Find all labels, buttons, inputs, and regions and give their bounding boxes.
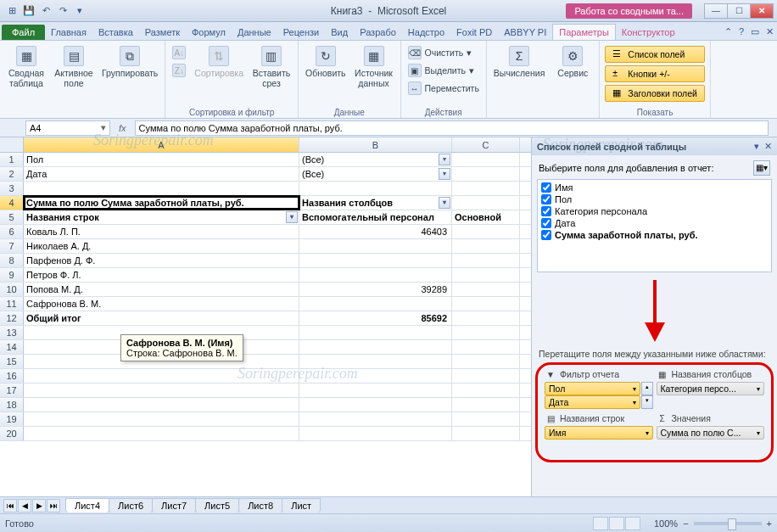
cell[interactable] [452,326,520,339]
cols-item[interactable]: Категория персо...▾ [657,382,765,395]
row-header[interactable]: 7 [0,239,24,253]
field-item[interactable]: Категория персонала [539,205,769,217]
filter-dropdown-icon[interactable]: ▾ [439,154,450,165]
cell[interactable]: 46403 [299,225,452,238]
refresh-button[interactable]: ↻Обновить [304,44,348,80]
tab-Формул[interactable]: Формул [186,25,232,40]
cell[interactable] [452,340,520,354]
cell[interactable] [452,167,520,181]
sheet-tab[interactable]: Лист5 [195,498,239,512]
cell[interactable] [452,182,520,195]
close-button[interactable]: ✕ [750,3,774,19]
cell[interactable] [299,297,452,311]
group-button[interactable]: ⧉Группировать [100,44,159,80]
mdi-close-icon[interactable]: ✕ [766,26,774,37]
cell[interactable] [452,225,520,238]
zoom-out[interactable]: − [683,518,688,529]
cell[interactable] [452,153,520,166]
row-header[interactable]: 1 [0,153,24,166]
sheet-tab[interactable]: Лист [282,498,321,512]
tab-Разрабо[interactable]: Разрабо [354,25,402,40]
cell[interactable] [299,182,452,195]
save-icon[interactable]: 💾 [22,4,36,18]
cell[interactable]: (Все)▾ [299,153,452,166]
table-row[interactable]: 19 [0,412,531,427]
table-row[interactable]: 17 [0,384,531,398]
cell[interactable] [452,355,520,368]
cell[interactable] [299,355,452,368]
row-header[interactable]: 15 [0,355,24,368]
cell[interactable] [299,326,452,339]
cell[interactable] [299,369,452,383]
cell[interactable]: Дата [24,167,299,181]
field-checkbox[interactable] [541,206,551,216]
redo-icon[interactable]: ↷ [56,4,70,18]
tab-file[interactable]: Файл [2,25,45,40]
field-list[interactable]: ИмяПолКатегория персоналаДатаСумма зараб… [537,179,772,272]
filter-item[interactable]: Пол▾ [545,382,640,395]
cell[interactable] [452,369,520,383]
cell[interactable] [452,297,520,311]
field-checkbox[interactable] [541,194,551,204]
row-header[interactable]: 6 [0,225,24,238]
activefield-button[interactable]: ▤Активное поле [53,44,95,90]
zoom-label[interactable]: 100% [654,518,678,529]
cell[interactable]: Парфенов Д. Ф. [24,254,299,267]
cell[interactable]: Сумма по полю Сумма заработной платы, ру… [24,196,299,210]
row-header[interactable]: 14 [0,340,24,354]
nav-first[interactable]: ⏮ [3,499,17,512]
cell[interactable]: Коваль Л. П. [24,225,299,238]
filter-dropdown-icon[interactable]: ▾ [286,211,298,223]
cell[interactable] [452,412,520,426]
cell[interactable] [452,196,520,210]
cell[interactable]: Сафронова В. М. [24,297,299,311]
cell[interactable] [452,239,520,253]
field-item[interactable]: Имя [539,182,769,193]
cell[interactable]: (Все)▾ [299,167,452,181]
cell[interactable]: Попова М. Д. [24,283,299,296]
table-row[interactable]: 4Сумма по полю Сумма заработной платы, р… [0,196,531,210]
field-item[interactable]: Пол [539,193,769,205]
help-icon[interactable]: ? [739,26,744,37]
pane-close-icon[interactable]: ✕ [764,141,772,152]
fx-icon[interactable]: fx [110,123,135,133]
ribbon-min-icon[interactable]: ⌃ [724,26,732,37]
cell[interactable] [24,398,299,412]
cols-drop[interactable]: ▦Названия столбцов Категория персо...▾ [657,368,765,409]
table-row[interactable]: 3 [0,182,531,196]
table-row[interactable]: 10Попова М. Д.39289 [0,283,531,297]
filter-scroll[interactable]: ▴▾ [641,382,653,409]
field-item[interactable]: Сумма заработной платы, руб. [539,229,769,241]
table-row[interactable]: 20 [0,427,531,441]
cell[interactable] [24,369,299,383]
cell[interactable] [299,412,452,426]
cell[interactable] [299,239,452,253]
layout-options-icon[interactable]: ▦▾ [753,160,770,176]
vals-item[interactable]: Сумма по полю С...▾ [657,426,765,440]
name-box[interactable]: A4▾ [25,120,110,136]
worksheet[interactable]: A B C 1Пол(Все)▾2Дата(Все)▾34Сумма по по… [0,137,531,496]
tab-Вставка[interactable]: Вставка [92,25,139,40]
row-header[interactable]: 11 [0,297,24,311]
sheet-tab[interactable]: Лист7 [152,498,196,512]
slicer-button[interactable]: ▥Вставить срез [250,44,293,90]
maximize-button[interactable]: ☐ [727,3,751,19]
cell[interactable]: Петров Ф. Л. [24,268,299,282]
sheet-tab[interactable]: Лист4 [65,498,109,512]
cell[interactable]: Вспомогательный персонал [299,210,452,224]
tab-params[interactable]: Параметры [552,24,616,40]
table-row[interactable]: 8Парфенов Д. Ф. [0,254,531,268]
move-button[interactable]: ↔Переместить [406,80,481,97]
nav-prev[interactable]: ◀ [18,499,31,512]
cell[interactable] [24,412,299,426]
field-checkbox[interactable] [541,182,551,193]
tab-Foxit PD[interactable]: Foxit PD [450,25,498,40]
table-row[interactable]: 5Названия строк▾Вспомогательный персонал… [0,210,531,225]
calc-button[interactable]: ΣВычисления [492,44,546,80]
row-header[interactable]: 12 [0,311,24,325]
mdi-restore-icon[interactable]: ▭ [751,26,759,37]
filter-item[interactable]: Дата▾ [545,395,640,409]
nav-last[interactable]: ⏭ [47,499,60,512]
cell[interactable] [24,427,299,440]
cell[interactable]: Пол [24,153,299,166]
